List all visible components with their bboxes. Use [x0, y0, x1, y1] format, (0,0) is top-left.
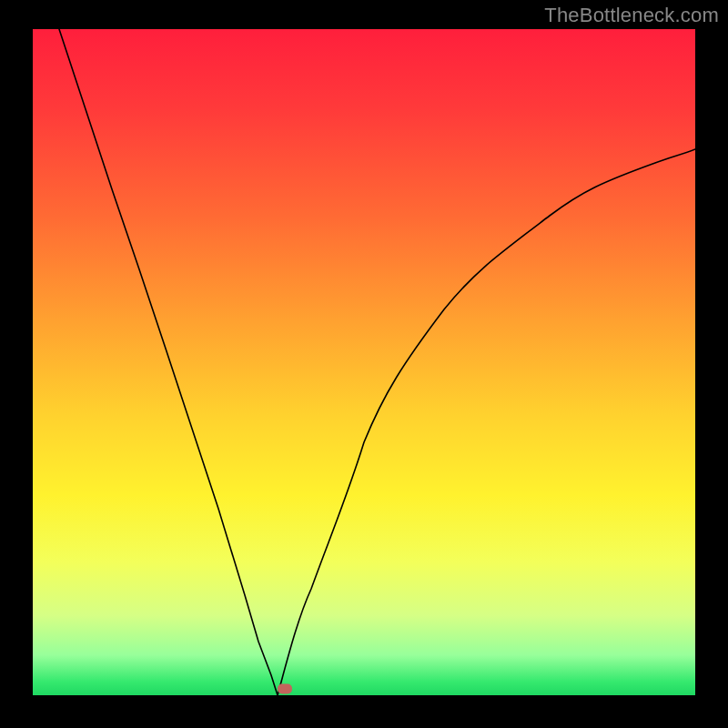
watermark-text: TheBottleneck.com [544, 4, 719, 27]
chart-plot-area [33, 29, 695, 695]
curve-left-branch [59, 29, 278, 695]
trough-marker [278, 684, 292, 694]
curve-right-branch [278, 149, 695, 695]
bottleneck-curve [33, 29, 695, 695]
